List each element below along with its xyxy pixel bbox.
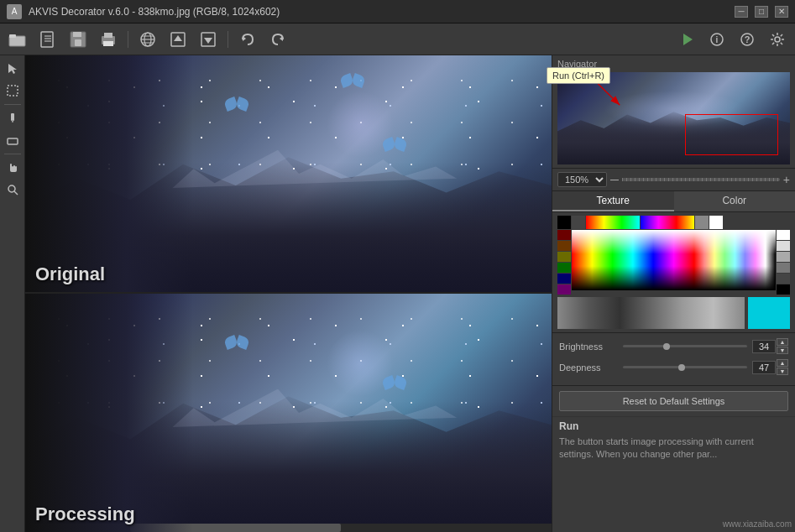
zoom-in-icon[interactable]: + (783, 173, 790, 186)
cyan-swatch-large[interactable] (748, 297, 790, 329)
brightness-thumb[interactable] (663, 343, 670, 350)
deepness-spin: ▲ ▼ (777, 359, 788, 375)
swatch-lg[interactable] (777, 241, 790, 251)
swatch-b[interactable] (777, 284, 790, 295)
deepness-label: Deepness (559, 362, 618, 373)
brightness-up[interactable]: ▲ (777, 338, 788, 346)
swatch-gradient1[interactable] (586, 216, 640, 229)
globe-button[interactable] (133, 27, 162, 52)
open-button[interactable] (3, 27, 32, 52)
settings-button[interactable] (763, 27, 792, 52)
run-button[interactable] (672, 27, 701, 52)
palette-rows (557, 216, 790, 329)
swatch-black[interactable] (557, 216, 571, 229)
nav-preview-bg (557, 72, 790, 164)
swatch[interactable] (557, 284, 571, 295)
swatch[interactable] (557, 230, 571, 240)
brightness-spin: ▲ ▼ (777, 338, 788, 354)
canvas-area[interactable]: Original Processing (25, 55, 552, 532)
swatch-w[interactable] (777, 230, 790, 240)
svg-marker-20 (204, 38, 212, 44)
gray-swatch-large[interactable] (557, 297, 745, 329)
svg-rect-38 (8, 86, 18, 96)
svg-line-35 (781, 34, 782, 36)
svg-rect-39 (11, 113, 14, 121)
zoom-slider[interactable] (622, 178, 780, 181)
navigator-zoom-bar: 50% 75% 100% 150% 200% 300% ─ + (552, 169, 795, 191)
title-bar: A AKVIS Decorator v.6.0 - 838kmo.jpg (RG… (0, 0, 795, 23)
main-toolbar: i ? Run (Ctrl+R) (0, 23, 795, 55)
deepness-slider[interactable] (623, 366, 747, 368)
navigator-section: Navigator (552, 55, 795, 169)
deepness-down[interactable]: ▼ (777, 368, 788, 375)
svg-marker-37 (8, 64, 17, 74)
export-button[interactable] (194, 27, 222, 52)
swatch-white[interactable] (709, 216, 723, 229)
minimize-button[interactable]: ─ (735, 6, 748, 18)
zoom-out-icon[interactable]: ─ (610, 173, 619, 186)
zoom-select[interactable]: 50% 75% 100% 150% 200% 300% (557, 172, 607, 187)
reset-button[interactable]: Reset to Default Settings (559, 391, 788, 411)
butterfly-1 (225, 98, 248, 115)
navigator-label: Navigator (557, 59, 790, 69)
import-button[interactable] (164, 27, 192, 52)
deepness-input[interactable] (752, 361, 776, 374)
run-section: Run The button starts image processing w… (552, 416, 795, 465)
butterfly-2 (341, 75, 364, 91)
close-button[interactable]: ✕ (775, 6, 788, 18)
paint-tool[interactable] (3, 108, 23, 128)
save-button[interactable] (64, 27, 92, 52)
left-panel (0, 55, 25, 532)
swatch[interactable] (557, 274, 571, 284)
new-button[interactable] (34, 27, 62, 52)
swatch[interactable] (557, 241, 571, 251)
maximize-button[interactable]: □ (755, 6, 768, 18)
help-button[interactable]: ? (733, 27, 761, 52)
tab-color[interactable]: Color (674, 191, 796, 211)
svg-marker-23 (683, 34, 693, 45)
brightness-row: Brightness ▲ ▼ (559, 338, 788, 354)
navigator-preview[interactable] (557, 72, 790, 164)
palette-spectrum[interactable] (572, 230, 776, 290)
tool-separator (4, 104, 21, 105)
tab-texture[interactable]: Texture (552, 191, 674, 211)
hand-tool[interactable] (3, 158, 23, 178)
brightness-input[interactable] (752, 340, 776, 353)
zoom-tool[interactable] (3, 180, 23, 200)
selection-tool[interactable] (3, 81, 23, 101)
palette-main (557, 230, 790, 295)
swatch[interactable] (557, 252, 571, 262)
redo-button[interactable] (264, 27, 292, 52)
swatch-mg[interactable] (777, 252, 790, 262)
swatch-dark[interactable] (572, 216, 585, 229)
zoom-slider-track (622, 178, 780, 181)
swatch-vdg[interactable] (777, 274, 790, 284)
run-description: The button starts image processing with … (559, 436, 788, 462)
processing-panel: Processing (25, 294, 552, 532)
eraser-tool[interactable] (3, 130, 23, 150)
deepness-value-box: ▲ ▼ (752, 359, 788, 375)
nav-sparkle (604, 91, 743, 128)
deepness-thumb[interactable] (678, 364, 685, 371)
brightness-down[interactable]: ▼ (777, 347, 788, 354)
pointer-tool[interactable] (3, 59, 23, 79)
swatch-gray[interactable] (695, 216, 709, 229)
svg-rect-11 (103, 41, 113, 46)
deepness-up[interactable]: ▲ (777, 359, 788, 367)
right-panel: Navigator (552, 55, 795, 532)
svg-point-28 (775, 37, 780, 42)
svg-point-42 (8, 185, 15, 192)
svg-rect-2 (41, 32, 53, 47)
swatch-dg[interactable] (777, 263, 790, 273)
butterfly-3 (383, 138, 406, 155)
svg-rect-10 (104, 33, 112, 38)
swatch-gradient2[interactable] (641, 216, 694, 229)
svg-line-43 (14, 191, 18, 195)
print-button[interactable] (94, 27, 123, 52)
original-image (25, 55, 552, 292)
svg-rect-8 (75, 39, 81, 46)
brightness-slider[interactable] (623, 345, 747, 347)
info-button[interactable]: i (703, 27, 731, 52)
swatch[interactable] (557, 263, 571, 273)
undo-button[interactable] (233, 27, 262, 52)
